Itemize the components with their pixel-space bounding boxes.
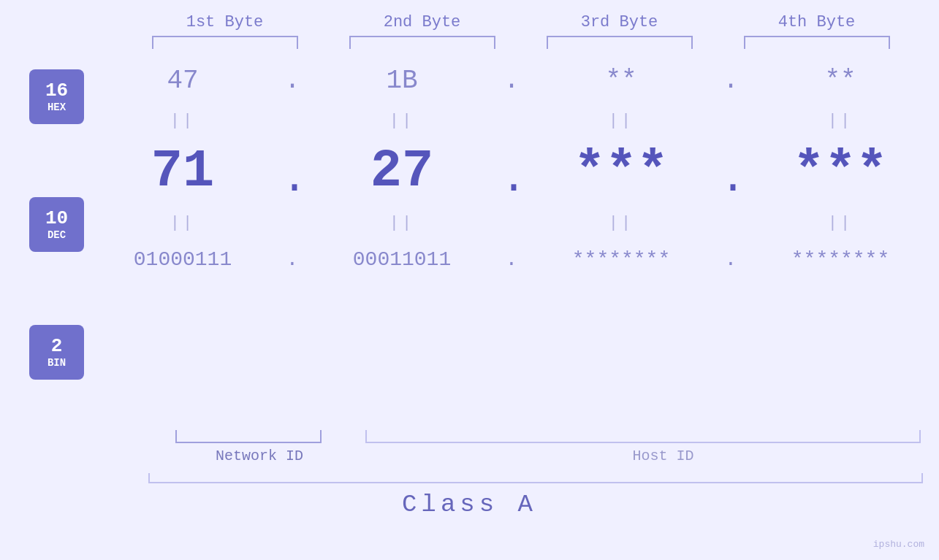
top-brackets bbox=[0, 36, 939, 49]
dec-dot-2: . bbox=[501, 142, 522, 201]
bin-dot-2: . bbox=[501, 248, 522, 271]
dec-badge: 10 DEC bbox=[29, 197, 84, 252]
hex-value-row: 47 . 1B . ** . ** bbox=[84, 55, 939, 106]
byte-header-2: 2nd Byte bbox=[324, 13, 521, 31]
watermark: ipshu.com bbox=[873, 539, 924, 550]
dec-dot-1: . bbox=[281, 142, 303, 201]
bin-val-3: ******** bbox=[522, 248, 720, 271]
sep-1-1: || bbox=[84, 112, 281, 130]
sep-2-3: || bbox=[522, 214, 720, 232]
dec-val-3: *** bbox=[522, 142, 720, 202]
sep-2-2: || bbox=[303, 214, 501, 232]
hex-badge-label: HEX bbox=[47, 101, 66, 113]
dec-value-row: 71 . 27 . *** . *** bbox=[84, 135, 939, 208]
network-id-bracket bbox=[175, 430, 322, 443]
byte-header-1: 1st Byte bbox=[126, 13, 324, 31]
hex-badge: 16 HEX bbox=[29, 69, 84, 124]
hex-dot-3: . bbox=[720, 66, 742, 96]
badges-column: 16 HEX 10 DEC 2 BIN bbox=[29, 55, 84, 427]
bin-val-1: 01000111 bbox=[84, 248, 281, 271]
values-grid: 47 . 1B . ** . ** || || bbox=[84, 55, 939, 427]
hex-dot-1: . bbox=[281, 66, 303, 96]
bin-value-row: 01000111 . 00011011 . ******** . *******… bbox=[84, 237, 939, 281]
class-label: Class A bbox=[402, 491, 537, 518]
hex-val-4: ** bbox=[742, 66, 939, 96]
bin-val-2: 00011011 bbox=[303, 248, 501, 271]
sep-row-1: || || || || bbox=[84, 106, 939, 135]
class-label-row: Class A bbox=[0, 491, 939, 518]
bracket-top-2 bbox=[349, 36, 495, 49]
byte-header-4: 4th Byte bbox=[718, 13, 916, 31]
class-bracket bbox=[148, 473, 923, 483]
content-area: 16 HEX 10 DEC 2 BIN 47 . 1B bbox=[0, 55, 939, 427]
bin-dot-1: . bbox=[281, 248, 303, 271]
byte-header-3: 3rd Byte bbox=[521, 13, 718, 31]
bin-val-4: ******** bbox=[742, 248, 939, 271]
dec-dot-3: . bbox=[720, 142, 742, 201]
sep-row-2: || || || || bbox=[84, 208, 939, 237]
hex-dot-2: . bbox=[501, 66, 522, 96]
bracket-top-3 bbox=[547, 36, 693, 49]
hex-val-1: 47 bbox=[84, 66, 281, 96]
class-bracket-line bbox=[148, 473, 923, 483]
bracket-top-1 bbox=[152, 36, 298, 49]
sep-2-4: || bbox=[742, 214, 939, 232]
dec-badge-label: DEC bbox=[47, 229, 66, 241]
hex-badge-number: 16 bbox=[45, 80, 68, 101]
sep-1-3: || bbox=[522, 112, 720, 130]
bracket-top-4 bbox=[744, 36, 890, 49]
bin-badge-number: 2 bbox=[51, 336, 63, 357]
main-container: 1st Byte 2nd Byte 3rd Byte 4th Byte 16 H… bbox=[0, 0, 939, 560]
byte-headers-row: 1st Byte 2nd Byte 3rd Byte 4th Byte bbox=[0, 13, 939, 31]
network-id-label: Network ID bbox=[175, 448, 343, 464]
bin-badge: 2 BIN bbox=[29, 325, 84, 380]
dec-val-1: 71 bbox=[84, 142, 281, 202]
dec-val-2: 27 bbox=[303, 142, 501, 202]
bottom-brackets-area bbox=[0, 430, 939, 443]
host-id-label: Host ID bbox=[387, 448, 939, 464]
hex-val-2: 1B bbox=[303, 66, 501, 96]
hex-val-3: ** bbox=[522, 66, 720, 96]
sep-1-4: || bbox=[742, 112, 939, 130]
bin-dot-3: . bbox=[720, 248, 742, 271]
host-id-bracket bbox=[365, 430, 921, 443]
sep-1-2: || bbox=[303, 112, 501, 130]
bin-badge-label: BIN bbox=[47, 357, 66, 369]
id-labels: Network ID Host ID bbox=[0, 448, 939, 464]
dec-badge-number: 10 bbox=[45, 208, 68, 229]
sep-2-1: || bbox=[84, 214, 281, 232]
dec-val-4: *** bbox=[742, 142, 939, 202]
